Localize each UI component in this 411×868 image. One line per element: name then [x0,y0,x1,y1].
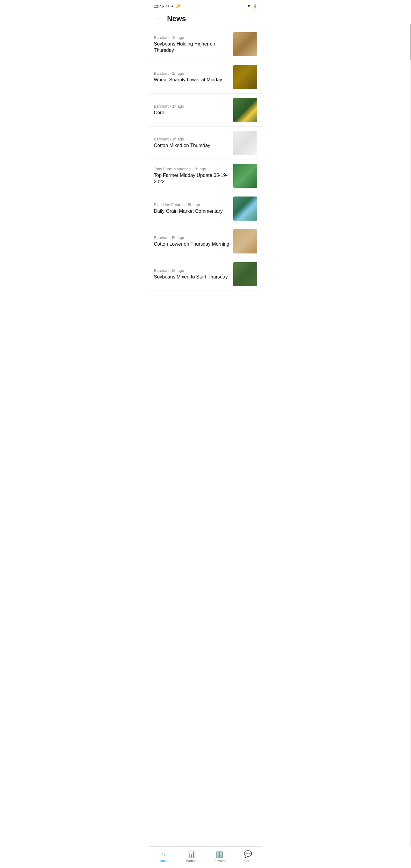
news-meta-1: Barchart - 1h ago [154,35,230,40]
nav-markets-label: Markets [186,859,197,863]
news-content-3: Barchart - 1h ago Corn [154,104,230,116]
news-item-8[interactable]: Barchart - 5h ago Soybeans Mixed to Star… [149,258,262,291]
news-headline-2: Wheat Sharply Lower at Midday [154,77,230,83]
news-meta-3: Barchart - 1h ago [154,104,230,108]
news-content-7: Barchart - 5h ago Cotton Lower on Thursd… [154,236,230,247]
status-right: ▼ 🔋 [247,4,257,8]
news-thumbnail-1 [233,32,257,56]
page-header: ← News [149,11,262,28]
nav-chat-label: Chat [244,859,251,863]
page-title: News [167,14,186,23]
news-content-6: Blue Line Futures - 5h ago Daily Grain M… [154,203,230,215]
elevator-icon: 🏢 [216,850,224,858]
nav-markets[interactable]: 📊 Markets [177,846,205,868]
news-headline-7: Cotton Lower on Thursday Morning [154,241,230,247]
markets-icon: 📊 [187,850,195,858]
status-icon-2: ▲ [170,4,174,8]
news-meta-6: Blue Line Futures - 5h ago [154,203,230,207]
back-button[interactable]: ← [154,13,165,24]
news-meta-2: Barchart - 1h ago [154,71,230,76]
news-headline-4: Cotton Mixed on Thursday [154,143,230,149]
nav-elevator-label: Elevator [214,859,226,863]
news-item-4[interactable]: Barchart - 1h ago Cotton Mixed on Thursd… [149,127,262,159]
news-item-3[interactable]: Barchart - 1h ago Corn [149,94,262,127]
nav-home-label: Home [159,859,167,863]
news-headline-1: Soybeans Holding Higher on Thursday [154,41,230,54]
news-meta-5: Total Farm Marketing - 2h ago [154,167,230,171]
news-thumbnail-4 [233,131,257,155]
news-meta-8: Barchart - 5h ago [154,268,230,273]
news-item-7[interactable]: Barchart - 5h ago Cotton Lower on Thursd… [149,225,262,258]
news-headline-5: Top Farmer Midday Update 05-19-2022 [154,173,230,185]
news-thumbnail-6 [233,196,257,221]
news-thumbnail-5 [233,164,257,188]
back-arrow-icon: ← [156,15,163,23]
status-icon-3: 🔑 [176,4,181,8]
news-thumbnail-3 [233,98,257,122]
news-headline-8: Soybeans Mixed to Start Thursday [154,274,230,280]
news-meta-7: Barchart - 5h ago [154,236,230,240]
news-headline-6: Daily Grain Market Commentary [154,208,230,215]
status-left: 12:46 ⊡ ▲ 🔑 [154,4,181,8]
nav-elevator[interactable]: 🏢 Elevator [205,846,234,868]
news-content-4: Barchart - 1h ago Cotton Mixed on Thursd… [154,137,230,149]
news-item-6[interactable]: Blue Line Futures - 5h ago Daily Grain M… [149,192,262,225]
news-thumbnail-7 [233,229,257,253]
news-meta-4: Barchart - 1h ago [154,137,230,141]
news-thumbnail-2 [233,65,257,89]
news-item-5[interactable]: Total Farm Marketing - 2h ago Top Farmer… [149,159,262,192]
news-thumbnail-8 [233,262,257,286]
status-icon-1: ⊡ [166,4,169,8]
news-content-1: Barchart - 1h ago Soybeans Holding Highe… [154,35,230,54]
news-content-2: Barchart - 1h ago Wheat Sharply Lower at… [154,71,230,83]
news-content-5: Total Farm Marketing - 2h ago Top Farmer… [154,167,230,185]
home-icon: ⌂ [161,850,165,858]
news-item-2[interactable]: Barchart - 1h ago Wheat Sharply Lower at… [149,61,262,94]
news-content-8: Barchart - 5h ago Soybeans Mixed to Star… [154,268,230,280]
bottom-navigation: ⌂ Home 📊 Markets 🏢 Elevator 💬 Chat [149,846,262,868]
battery-icon: 🔋 [252,4,257,8]
time-display: 12:46 [154,4,164,8]
chat-icon: 💬 [244,850,252,858]
nav-home[interactable]: ⌂ Home [149,846,178,868]
news-headline-3: Corn [154,110,230,116]
news-list: Barchart - 1h ago Soybeans Holding Highe… [149,28,262,315]
nav-chat[interactable]: 💬 Chat [234,846,262,868]
status-bar: 12:46 ⊡ ▲ 🔑 ▼ 🔋 [149,0,262,11]
wifi-icon: ▼ [247,4,251,8]
news-item-1[interactable]: Barchart - 1h ago Soybeans Holding Highe… [149,28,262,61]
